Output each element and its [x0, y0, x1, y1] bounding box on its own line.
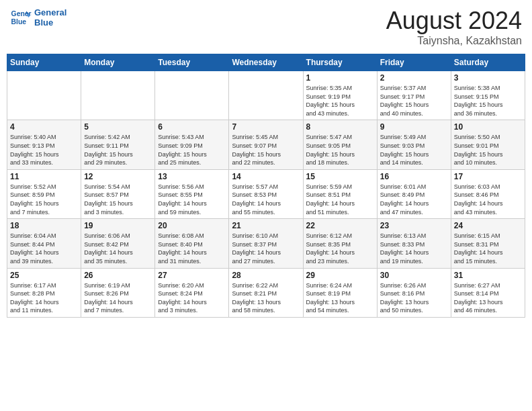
weekday-header: Sunday: [7, 54, 81, 71]
day-number: 8: [306, 122, 374, 132]
day-number: 17: [454, 172, 522, 181]
calendar-body: 1Sunrise: 5:35 AM Sunset: 9:19 PM Daylig…: [7, 71, 525, 318]
day-number: 3: [454, 73, 522, 83]
day-number: 9: [380, 122, 448, 132]
calendar-cell: [229, 71, 303, 120]
calendar-cell: 31Sunrise: 6:27 AM Sunset: 8:14 PM Dayli…: [451, 268, 525, 317]
day-number: 15: [306, 172, 374, 181]
calendar-table: SundayMondayTuesdayWednesdayThursdayFrid…: [7, 54, 525, 318]
calendar-cell: 22Sunrise: 6:12 AM Sunset: 8:35 PM Dayli…: [303, 219, 377, 268]
day-info: Sunrise: 6:20 AM Sunset: 8:24 PM Dayligh…: [158, 281, 226, 315]
calendar-cell: 21Sunrise: 6:10 AM Sunset: 8:37 PM Dayli…: [229, 219, 303, 268]
day-info: Sunrise: 6:15 AM Sunset: 8:31 PM Dayligh…: [454, 232, 522, 265]
calendar-cell: 4Sunrise: 5:40 AM Sunset: 9:13 PM Daylig…: [7, 120, 81, 169]
calendar-cell: 13Sunrise: 5:56 AM Sunset: 8:55 PM Dayli…: [155, 169, 229, 218]
calendar-cell: 26Sunrise: 6:19 AM Sunset: 8:26 PM Dayli…: [81, 268, 155, 317]
day-number: 28: [232, 271, 300, 280]
day-number: 29: [306, 271, 374, 280]
calendar-cell: 30Sunrise: 6:26 AM Sunset: 8:16 PM Dayli…: [377, 268, 451, 317]
day-info: Sunrise: 5:50 AM Sunset: 9:01 PM Dayligh…: [454, 133, 522, 167]
calendar-cell: 8Sunrise: 5:47 AM Sunset: 9:05 PM Daylig…: [303, 120, 377, 169]
calendar-cell: 18Sunrise: 6:04 AM Sunset: 8:44 PM Dayli…: [7, 219, 81, 268]
calendar-cell: 16Sunrise: 6:01 AM Sunset: 8:49 PM Dayli…: [377, 169, 451, 218]
day-number: 5: [84, 122, 152, 132]
day-number: 23: [380, 221, 448, 230]
weekday-header: Monday: [81, 54, 155, 71]
month-title: August 2024: [386, 7, 522, 35]
calendar-cell: 28Sunrise: 6:22 AM Sunset: 8:21 PM Dayli…: [229, 268, 303, 317]
logo: General Blue General Blue: [10, 7, 66, 28]
day-info: Sunrise: 6:01 AM Sunset: 8:49 PM Dayligh…: [380, 183, 448, 216]
day-number: 1: [306, 73, 374, 83]
calendar-cell: 29Sunrise: 6:24 AM Sunset: 8:19 PM Dayli…: [303, 268, 377, 317]
day-number: 30: [380, 271, 448, 280]
weekday-header: Tuesday: [155, 54, 229, 71]
day-number: 18: [10, 221, 78, 230]
day-number: 10: [454, 122, 522, 132]
calendar-cell: 27Sunrise: 6:20 AM Sunset: 8:24 PM Dayli…: [155, 268, 229, 317]
day-number: 16: [380, 172, 448, 181]
day-number: 6: [158, 122, 226, 132]
day-number: 21: [232, 221, 300, 230]
day-number: 22: [306, 221, 374, 230]
day-number: 25: [10, 271, 78, 280]
location: Taiynsha, Kazakhstan: [386, 35, 522, 47]
day-info: Sunrise: 6:08 AM Sunset: 8:40 PM Dayligh…: [158, 232, 226, 265]
calendar-cell: 1Sunrise: 5:35 AM Sunset: 9:19 PM Daylig…: [303, 71, 377, 120]
day-info: Sunrise: 6:03 AM Sunset: 8:46 PM Dayligh…: [454, 183, 522, 216]
day-info: Sunrise: 5:38 AM Sunset: 9:15 PM Dayligh…: [454, 84, 522, 118]
calendar-header: SundayMondayTuesdayWednesdayThursdayFrid…: [7, 54, 525, 71]
title-area: August 2024 Taiynsha, Kazakhstan: [386, 7, 522, 47]
day-number: 12: [84, 172, 152, 181]
calendar-cell: 11Sunrise: 5:52 AM Sunset: 8:59 PM Dayli…: [7, 169, 81, 218]
day-info: Sunrise: 5:40 AM Sunset: 9:13 PM Dayligh…: [10, 133, 78, 167]
day-info: Sunrise: 6:22 AM Sunset: 8:21 PM Dayligh…: [232, 281, 300, 315]
day-number: 11: [10, 172, 78, 181]
logo-icon: General Blue: [10, 7, 32, 28]
page-header: General Blue General Blue August 2024 Ta…: [7, 7, 525, 47]
day-info: Sunrise: 6:24 AM Sunset: 8:19 PM Dayligh…: [306, 281, 374, 315]
calendar-cell: 6Sunrise: 5:43 AM Sunset: 9:09 PM Daylig…: [155, 120, 229, 169]
logo-line2: Blue: [34, 17, 66, 28]
calendar-cell: 2Sunrise: 5:37 AM Sunset: 9:17 PM Daylig…: [377, 71, 451, 120]
calendar-cell: 9Sunrise: 5:49 AM Sunset: 9:03 PM Daylig…: [377, 120, 451, 169]
calendar-cell: [155, 71, 229, 120]
calendar-cell: [7, 71, 81, 120]
day-info: Sunrise: 5:57 AM Sunset: 8:53 PM Dayligh…: [232, 183, 300, 216]
calendar-cell: 3Sunrise: 5:38 AM Sunset: 9:15 PM Daylig…: [451, 71, 525, 120]
day-info: Sunrise: 5:47 AM Sunset: 9:05 PM Dayligh…: [306, 133, 374, 167]
day-info: Sunrise: 6:04 AM Sunset: 8:44 PM Dayligh…: [10, 232, 78, 265]
calendar-cell: 20Sunrise: 6:08 AM Sunset: 8:40 PM Dayli…: [155, 219, 229, 268]
calendar-cell: 25Sunrise: 6:17 AM Sunset: 8:28 PM Dayli…: [7, 268, 81, 317]
weekday-header: Saturday: [451, 54, 525, 71]
day-info: Sunrise: 6:26 AM Sunset: 8:16 PM Dayligh…: [380, 281, 448, 315]
calendar-cell: 23Sunrise: 6:13 AM Sunset: 8:33 PM Dayli…: [377, 219, 451, 268]
day-info: Sunrise: 6:12 AM Sunset: 8:35 PM Dayligh…: [306, 232, 374, 265]
day-number: 2: [380, 73, 448, 83]
calendar-cell: 15Sunrise: 5:59 AM Sunset: 8:51 PM Dayli…: [303, 169, 377, 218]
svg-text:Blue: Blue: [11, 18, 27, 26]
day-number: 19: [84, 221, 152, 230]
calendar-cell: 14Sunrise: 5:57 AM Sunset: 8:53 PM Dayli…: [229, 169, 303, 218]
calendar-cell: [81, 71, 155, 120]
day-number: 14: [232, 172, 300, 181]
day-number: 7: [232, 122, 300, 132]
day-number: 4: [10, 122, 78, 132]
day-info: Sunrise: 5:42 AM Sunset: 9:11 PM Dayligh…: [84, 133, 152, 167]
weekday-header: Wednesday: [229, 54, 303, 71]
day-info: Sunrise: 5:54 AM Sunset: 8:57 PM Dayligh…: [84, 183, 152, 216]
calendar-cell: 12Sunrise: 5:54 AM Sunset: 8:57 PM Dayli…: [81, 169, 155, 218]
day-info: Sunrise: 6:17 AM Sunset: 8:28 PM Dayligh…: [10, 281, 78, 315]
calendar-cell: 17Sunrise: 6:03 AM Sunset: 8:46 PM Dayli…: [451, 169, 525, 218]
day-info: Sunrise: 5:35 AM Sunset: 9:19 PM Dayligh…: [306, 84, 374, 118]
calendar-cell: 19Sunrise: 6:06 AM Sunset: 8:42 PM Dayli…: [81, 219, 155, 268]
calendar-cell: 7Sunrise: 5:45 AM Sunset: 9:07 PM Daylig…: [229, 120, 303, 169]
weekday-header: Friday: [377, 54, 451, 71]
day-info: Sunrise: 5:56 AM Sunset: 8:55 PM Dayligh…: [158, 183, 226, 216]
calendar-cell: 5Sunrise: 5:42 AM Sunset: 9:11 PM Daylig…: [81, 120, 155, 169]
day-info: Sunrise: 6:06 AM Sunset: 8:42 PM Dayligh…: [84, 232, 152, 265]
day-info: Sunrise: 6:10 AM Sunset: 8:37 PM Dayligh…: [232, 232, 300, 265]
weekday-header: Thursday: [303, 54, 377, 71]
calendar-cell: 10Sunrise: 5:50 AM Sunset: 9:01 PM Dayli…: [451, 120, 525, 169]
day-info: Sunrise: 6:19 AM Sunset: 8:26 PM Dayligh…: [84, 281, 152, 315]
